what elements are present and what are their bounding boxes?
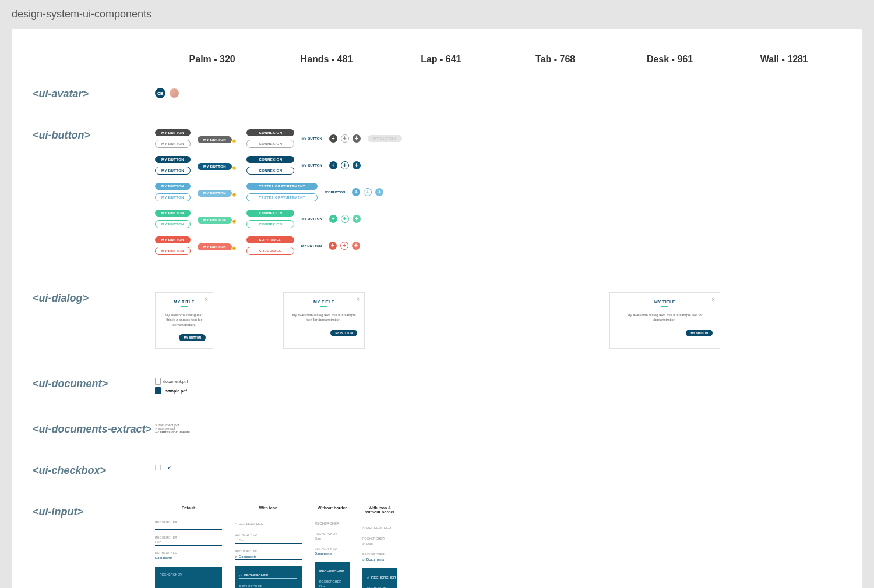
button-outline[interactable]: MY BUTTON [155, 220, 191, 228]
input-variant-icon-no-border: With icon & Without border ⌕RECHERCHER R… [362, 506, 397, 588]
dialog-body: My awesome dialog text, this is a sample… [163, 313, 206, 327]
button-wide-outline[interactable]: CONNEXION [246, 140, 294, 148]
text-input[interactable]: ⌕RECHERCHER [239, 572, 297, 579]
button-text-label[interactable]: MY BUTTON [325, 190, 345, 194]
button-primary[interactable]: MY BUTTON [155, 156, 191, 163]
text-input[interactable]: ⌕Documents [235, 553, 302, 560]
input-variant-header: With icon & Without border [362, 506, 397, 514]
add-icon-button-outline[interactable]: + [341, 215, 349, 223]
close-icon[interactable]: × [711, 296, 715, 303]
add-icon-button-hover[interactable]: + [353, 161, 361, 169]
text-input[interactable] [160, 576, 217, 582]
button-wide-fill[interactable]: SUPPRIMER [246, 236, 294, 243]
button-wide-fill[interactable]: CONNEXION [246, 156, 294, 163]
input-dark-theme: RECHERCHER RECHERCHERDoc RECHERCHERDocum… [315, 562, 350, 588]
button-wide-fill[interactable]: CONNEXION [246, 210, 294, 217]
input-dark-theme: RECHERCHER RECHERCHERDoc RECHERCHERDocum… [155, 567, 222, 588]
text-input[interactable]: ⌕RECHERCHER [235, 520, 302, 527]
input-variant-header: Default [155, 506, 222, 510]
search-icon: ⌕ [235, 538, 237, 542]
button-primary[interactable]: MY BUTTON [155, 236, 191, 243]
add-icon-button[interactable]: + [352, 188, 360, 196]
button-text-label[interactable]: MY BUTTON [301, 137, 322, 140]
component-label-button: <ui-button> [33, 129, 155, 141]
button-primary[interactable]: MY BUTTON [155, 129, 191, 136]
dialog-action-button[interactable]: MY BUTTON [686, 330, 713, 336]
button-primary[interactable]: MY BUTTON [155, 183, 191, 190]
add-icon-button-outline[interactable]: + [341, 134, 349, 143]
text-input[interactable]: Doc [155, 539, 222, 546]
file-icon [155, 378, 161, 385]
add-icon-button[interactable]: + [329, 161, 337, 169]
button-hover[interactable]: MY BUTTON [198, 243, 232, 250]
button-hover[interactable]: MY BUTTON [198, 217, 232, 224]
avatar-initials[interactable]: CB [155, 88, 165, 98]
document-item-bold[interactable]: sample.pdf [155, 387, 841, 394]
button-wide-outline[interactable]: TESTEZ GRATUITEMENT [246, 193, 318, 201]
checkbox-checked[interactable]: ✓ [167, 465, 172, 470]
breakpoint-col: Hands - 481 [269, 54, 383, 65]
design-canvas: Palm - 320 Hands - 481 Lap - 641 Tab - 7… [12, 29, 862, 588]
text-input[interactable]: ⌕Doc [362, 540, 397, 547]
add-icon-button-hover[interactable]: + [353, 134, 361, 143]
button-wide-fill[interactable]: TESTEZ GRATUITEMENT [246, 183, 318, 190]
dialog-medium: × MY TITLE My awesome dialog text, this … [283, 292, 365, 349]
text-input[interactable]: Doc [315, 536, 350, 541]
search-icon: ⌕ [362, 541, 365, 546]
add-icon-button-outline[interactable]: + [340, 242, 348, 250]
button-hover[interactable]: MY BUTTON [198, 163, 232, 170]
text-input[interactable]: ⌕RECHERCHER [362, 525, 397, 531]
button-hover[interactable]: MY BUTTON [198, 190, 232, 197]
button-wide-fill[interactable]: CONNEXION [246, 129, 294, 136]
dialog-action-button[interactable]: MY BUTTON [330, 330, 357, 336]
button-outline[interactable]: MY BUTTON [155, 247, 191, 255]
button-disabled: MY BUTTON [368, 135, 402, 142]
search-icon: ⌕ [235, 554, 237, 558]
button-wide-outline[interactable]: CONNEXION [246, 167, 294, 175]
add-icon-button-outline[interactable]: + [364, 188, 372, 196]
close-icon[interactable]: × [356, 296, 360, 303]
breakpoint-col: Desk - 961 [612, 54, 727, 65]
document-more-link[interactable]: +2 autres documents [155, 430, 841, 434]
checkbox-unchecked[interactable] [155, 465, 161, 470]
add-icon-button-hover[interactable]: + [375, 188, 383, 196]
text-input[interactable]: Documents [315, 551, 350, 557]
add-icon-button[interactable]: + [329, 215, 337, 223]
component-label-checkbox: <ui-checkbox> [33, 465, 155, 477]
text-input[interactable]: Documents [155, 555, 222, 561]
close-icon[interactable]: × [205, 296, 208, 303]
input-dark-theme: ⌕RECHERCHER RECHERCHER⌕Doc RECHERCHER⌕Do… [235, 566, 302, 588]
button-hover[interactable]: MY BUTTON [198, 136, 232, 143]
text-input[interactable] [155, 524, 222, 530]
text-input[interactable]: ⌕Doc [235, 537, 302, 544]
document-item[interactable]: document.pdf [155, 378, 841, 385]
button-outline[interactable]: MY BUTTON [155, 167, 191, 175]
button-wide-outline[interactable]: CONNEXION [246, 220, 294, 228]
add-icon-button-hover[interactable]: + [353, 215, 361, 223]
dialog-body: My awesome dialog text, this is a sample… [617, 313, 713, 323]
dialog-underline [661, 306, 668, 307]
text-input[interactable]: RECHERCHER [319, 568, 345, 574]
button-text-label[interactable]: MY BUTTON [301, 164, 322, 167]
button-outline[interactable]: MY BUTTON [155, 193, 191, 201]
button-outline[interactable]: MY BUTTON [155, 140, 191, 148]
add-icon-button[interactable]: + [329, 242, 337, 250]
dialog-small: × MY TITLE My awesome dialog text, this … [155, 292, 213, 349]
input-variant-header: With icon [235, 506, 302, 510]
avatar-image[interactable] [169, 88, 179, 98]
button-primary[interactable]: MY BUTTON [155, 210, 191, 217]
search-icon: ⌕ [367, 575, 369, 579]
dialog-action-button[interactable]: MY BUTTON [179, 334, 206, 341]
button-wide-outline[interactable]: SUPPRIMER [246, 247, 294, 255]
text-input[interactable]: ⌕RECHERCHER [367, 574, 393, 580]
button-text-label[interactable]: MY BUTTON [301, 244, 322, 247]
breakpoint-header: Palm - 320 Hands - 481 Lap - 641 Tab - 7… [33, 42, 841, 88]
cursor-icon: ☝ [231, 245, 237, 250]
add-icon-button-hover[interactable]: + [352, 242, 360, 250]
text-input[interactable]: RECHERCHER [315, 520, 350, 526]
add-icon-button[interactable]: + [329, 134, 337, 143]
button-text-label[interactable]: MY BUTTON [301, 217, 322, 221]
text-input[interactable]: ⌕Documents [362, 556, 397, 562]
text-input[interactable]: Doc [319, 583, 345, 588]
add-icon-button-outline[interactable]: + [341, 161, 349, 169]
